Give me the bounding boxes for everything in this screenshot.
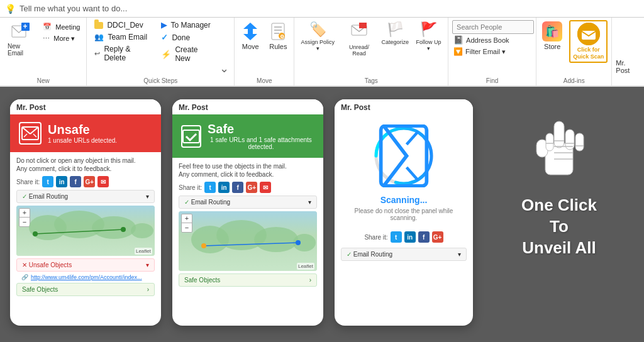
cta-text: One Click To Unveil All <box>521 195 597 258</box>
mrpost-button[interactable]: Click for Quick Scan <box>569 20 608 63</box>
svg-text:+: + <box>23 23 28 31</box>
unsafe-card-header: Mr. Post <box>10 99 161 114</box>
qs-to-manager[interactable]: ▶ To Manager <box>158 20 214 30</box>
mrpost-tab: Mr. Post <box>612 18 644 86</box>
store-button[interactable]: 🛍️ Store <box>540 20 564 52</box>
safe-safe-objects-row[interactable]: Safe Objects › <box>179 273 317 287</box>
unread-icon <box>350 21 368 43</box>
safe-facebook-btn[interactable]: f <box>232 182 243 193</box>
facebook-share-btn[interactable]: f <box>70 176 81 187</box>
qs-ddci-dev[interactable]: DDCI_Dev <box>92 20 153 30</box>
unsafe-objects-row[interactable]: ✕ Unsafe Objects ▾ <box>16 258 155 272</box>
follow-up-button[interactable]: 🚩 Follow Up ▾ <box>412 20 445 53</box>
mrpost-label: Click for Quick Scan <box>573 47 604 60</box>
meeting-icon: 📅 <box>43 23 52 31</box>
gplus-share-btn[interactable]: G+ <box>84 176 95 187</box>
address-book-item[interactable]: 📓 Address Book <box>452 34 532 46</box>
more-button[interactable]: ⋯ More ▾ <box>40 33 82 44</box>
svg-line-19 <box>24 134 27 137</box>
scanning-share-row: Share it: t in f G+ <box>364 231 443 243</box>
scan-gplus-btn[interactable]: G+ <box>432 231 443 243</box>
safe-map-route-svg <box>179 211 317 271</box>
qs-create-new[interactable]: ⚡ Create New <box>158 45 214 63</box>
safe-text: Safe 1 safe URLs and 1 safe attachments … <box>208 122 314 150</box>
find-group: 📓 Address Book 🔽 Filter Email ▾ Find <box>448 18 536 86</box>
unsafe-envelope-icon <box>19 122 42 145</box>
unsafe-share-row: Share it: t in f G+ ✉ <box>16 176 155 187</box>
safe-email-btn[interactable]: ✉ <box>260 182 271 193</box>
svg-point-24 <box>131 223 153 238</box>
assign-policy-button[interactable]: 🏷️ Assign Policy ▾ <box>297 20 338 53</box>
store-icon: 🛍️ <box>542 21 562 41</box>
new-items-label: New <box>0 77 86 84</box>
scanning-subtext: Please do not close the panel while scan… <box>341 207 467 221</box>
scanning-card: Mr. Post <box>335 99 473 326</box>
safe-email-routing-dropdown[interactable]: ✓ Email Routing ▾ <box>179 196 317 209</box>
linkedin-share-btn[interactable]: in <box>56 176 67 187</box>
hand-pointer-icon <box>528 112 591 187</box>
categorize-icon: 🏳️ <box>387 21 404 38</box>
leaflet-label: Leaflet <box>135 248 152 255</box>
mrpost-icon <box>577 23 600 45</box>
safe-leaflet-label: Leaflet <box>297 263 314 270</box>
tell-me-icon: 💡 <box>5 4 16 14</box>
rules-button[interactable]: ⚙ Rules <box>265 20 291 52</box>
top-bar-title[interactable]: Tell me what you want to do... <box>19 4 127 13</box>
email-routing-dropdown[interactable]: ✓ Email Routing ▾ <box>16 190 155 203</box>
folder-icon <box>94 22 103 29</box>
cta-area: One Click To Unveil All <box>484 99 634 271</box>
scan-email-routing-dropdown[interactable]: ✓ Email Routing ▾ <box>341 248 467 261</box>
svg-rect-46 <box>546 133 553 151</box>
qs-reply-delete[interactable]: ↩ Reply & Delete <box>92 44 153 63</box>
svg-rect-44 <box>575 133 584 151</box>
meeting-button[interactable]: 📅 Meeting <box>40 21 82 32</box>
svg-rect-42 <box>554 121 564 148</box>
addins-group: 🛍️ Store Click for Quick Scan Add-ins <box>536 18 612 86</box>
safe-status-header: Safe 1 safe URLs and 1 safe attachments … <box>172 114 323 158</box>
svg-rect-38 <box>381 126 427 185</box>
scan-facebook-btn[interactable]: f <box>418 231 430 243</box>
qs-team-email[interactable]: 👥 Team Email <box>92 32 153 42</box>
svg-rect-28 <box>183 130 199 143</box>
scan-twitter-btn[interactable]: t <box>391 231 402 243</box>
scan-linkedin-btn[interactable]: in <box>404 231 416 243</box>
unread-read-button[interactable]: Unread/ Read <box>340 20 378 58</box>
move-button[interactable]: Move <box>237 20 264 52</box>
arrow-right-icon: ▶ <box>161 21 167 30</box>
svg-point-26 <box>33 231 38 236</box>
new-email-button[interactable]: + New Email <box>4 20 38 58</box>
email-share-btn[interactable]: ✉ <box>97 176 109 187</box>
svg-point-27 <box>121 227 126 232</box>
new-email-icon: + <box>11 21 31 41</box>
qs-done[interactable]: ✓ Done <box>158 32 214 43</box>
twitter-share-btn[interactable]: t <box>42 176 53 187</box>
url-icon: 🔗 <box>21 274 28 280</box>
mrpost-tab-label: Mr. Post <box>616 59 640 74</box>
unsafe-map: + − Leaflet <box>16 206 155 256</box>
find-label: Find <box>448 77 536 84</box>
scan-body: Scanning... Please do not close the pane… <box>335 114 473 273</box>
svg-point-34 <box>201 243 206 248</box>
quick-steps-expand-icon[interactable]: ⌄ <box>219 63 229 74</box>
new-items-group: + New Email 📅 Meeting ⋯ More ▾ New <box>0 18 87 86</box>
new-email-label: New Email <box>8 43 34 57</box>
reply-icon: ↩ <box>94 50 100 58</box>
search-people-input[interactable] <box>452 20 534 34</box>
svg-marker-4 <box>243 34 257 40</box>
follow-up-icon: 🚩 <box>420 21 437 38</box>
filter-email-item[interactable]: 🔽 Filter Email ▾ <box>452 46 532 57</box>
safe-map: + − Leaflet <box>179 211 317 271</box>
tags-group: 🏷️ Assign Policy ▾ Unread/ Read 🏳️ Categ… <box>294 18 448 86</box>
categorize-button[interactable]: 🏳️ Categorize <box>380 20 411 47</box>
safe-linkedin-btn[interactable]: in <box>218 182 230 193</box>
safe-objects-row[interactable]: Safe Objects › <box>16 283 155 296</box>
tags-label: Tags <box>294 77 448 84</box>
safe-twitter-btn[interactable]: t <box>204 182 216 193</box>
address-book-icon: 📓 <box>453 35 464 45</box>
safe-gplus-btn[interactable]: G+ <box>246 182 257 193</box>
unsafe-card-body: Do not click or open any object in this … <box>10 152 161 326</box>
more-icon: ⋯ <box>43 35 50 43</box>
top-bar: 💡 Tell me what you want to do... <box>0 0 644 18</box>
svg-line-17 <box>22 127 30 134</box>
safe-card: Mr. Post Safe 1 safe URLs and 1 safe att… <box>172 99 323 326</box>
